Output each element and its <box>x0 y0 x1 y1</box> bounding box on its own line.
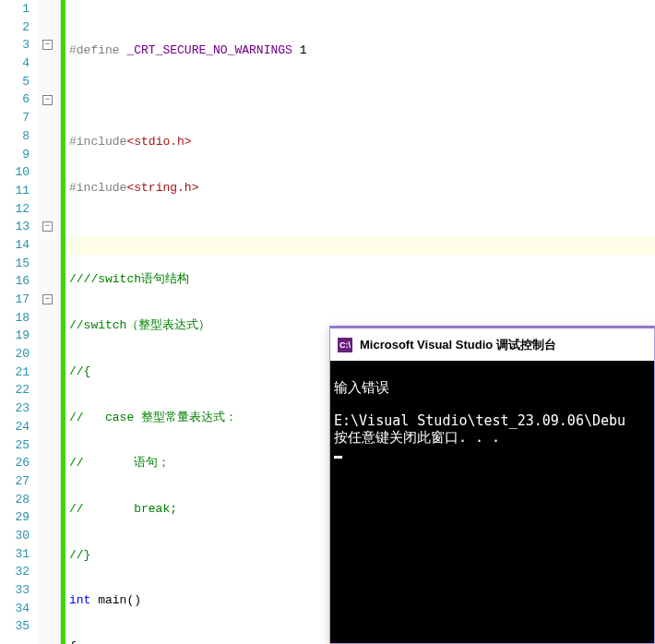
line-number: 3 <box>0 36 30 54</box>
line-number: 5 <box>0 73 30 91</box>
line-number: 12 <box>0 200 30 219</box>
console-title-text: Microsoft Visual Studio 调试控制台 <box>360 337 556 353</box>
line-number: 19 <box>0 327 30 345</box>
fold-toggle[interactable]: − <box>42 294 53 304</box>
line-number: 27 <box>0 472 30 491</box>
line-number: 18 <box>0 309 30 328</box>
line-number: 29 <box>0 508 30 527</box>
line-number: 34 <box>0 600 30 618</box>
code-text: int <box>69 593 90 607</box>
debug-console-window[interactable]: C:\ Microsoft Visual Studio 调试控制台 输入错误 E… <box>329 326 655 644</box>
line-number: 26 <box>0 454 30 472</box>
line-number: 20 <box>0 345 30 364</box>
line-number: 31 <box>0 545 30 564</box>
line-number: 22 <box>0 381 30 400</box>
console-output[interactable]: 输入错误 E:\Visual Studio\test_23.09.06\Debu… <box>330 361 654 643</box>
line-number: 35 <box>0 617 30 636</box>
code-text: main() <box>90 593 141 607</box>
code-comment: // case 整型常量表达式： <box>69 411 237 424</box>
code-text: #include <box>69 181 126 195</box>
code-text: <stdio.h> <box>126 135 191 149</box>
code-comment: //switch（整型表达式） <box>69 318 210 332</box>
line-number: 11 <box>0 182 30 200</box>
line-number: 14 <box>0 236 30 255</box>
fold-toggle[interactable]: − <box>42 221 53 232</box>
code-text: #define <box>69 43 126 57</box>
line-number: 13 <box>0 218 30 236</box>
line-number: 28 <box>0 491 30 509</box>
line-number: 9 <box>0 146 30 164</box>
fold-toggle[interactable]: − <box>42 95 53 105</box>
line-number: 33 <box>0 581 30 600</box>
line-number: 2 <box>0 18 30 37</box>
line-number: 24 <box>0 418 30 436</box>
line-number: 23 <box>0 400 30 418</box>
line-number: 30 <box>0 527 30 545</box>
console-titlebar[interactable]: C:\ Microsoft Visual Studio 调试控制台 <box>330 328 654 361</box>
code-comment: //} <box>69 548 90 562</box>
folding-margin: −−−− <box>37 0 61 644</box>
line-number: 7 <box>0 109 30 127</box>
line-number: 6 <box>0 90 30 109</box>
code-comment: //{ <box>69 364 90 378</box>
line-number: 15 <box>0 255 30 273</box>
line-number: 10 <box>0 163 30 182</box>
code-text: { <box>69 639 77 644</box>
code-text: 1 <box>292 43 307 57</box>
code-text: _CRT_SECURE_NO_WARNINGS <box>126 43 292 57</box>
line-number: 32 <box>0 563 30 581</box>
line-number: 17 <box>0 291 30 309</box>
line-number-gutter: 1234567891011121314151617181920212223242… <box>0 0 37 644</box>
line-number: 21 <box>0 364 30 382</box>
line-number: 4 <box>0 54 30 73</box>
fold-toggle[interactable]: − <box>42 40 53 50</box>
line-number: 8 <box>0 127 30 146</box>
code-text: #include <box>69 135 126 149</box>
console-cursor <box>334 456 342 459</box>
line-number: 1 <box>0 0 30 18</box>
code-comment: ////switch语句结构 <box>69 272 189 286</box>
code-comment: // 语句； <box>69 456 170 470</box>
line-number: 25 <box>0 436 30 455</box>
code-text: <string.h> <box>126 181 198 195</box>
console-icon: C:\ <box>338 338 352 352</box>
code-comment: // break; <box>69 502 177 516</box>
line-number: 16 <box>0 272 30 291</box>
